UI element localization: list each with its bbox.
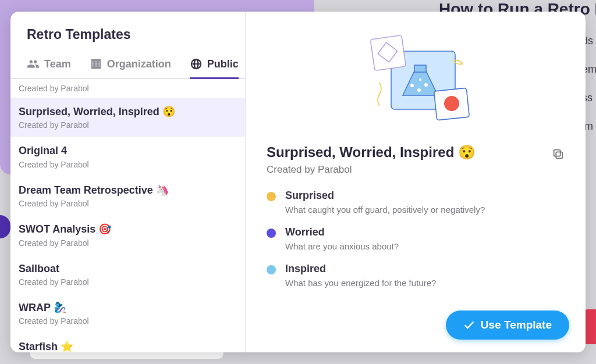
team-icon bbox=[27, 58, 40, 70]
template-item-sailboat[interactable]: Sailboat Created by Parabol bbox=[10, 255, 245, 294]
use-template-button[interactable]: Use Template bbox=[446, 311, 569, 340]
prompt-color-dot bbox=[267, 192, 276, 201]
svg-rect-11 bbox=[554, 150, 560, 156]
svg-point-5 bbox=[419, 78, 421, 81]
prompt-list: Surprised What caught you off guard, pos… bbox=[267, 190, 568, 288]
residual-creator-line: Created by Parabol bbox=[10, 79, 245, 98]
globe-icon bbox=[190, 58, 203, 70]
template-item-original-4[interactable]: Original 4 Created by Parabol bbox=[10, 137, 245, 176]
retro-templates-modal: Retro Templates Team Organization Public… bbox=[10, 12, 586, 352]
svg-point-3 bbox=[417, 88, 421, 92]
detail-creator: Created by Parabol bbox=[267, 164, 541, 176]
template-detail-pane: Surprised, Worried, Inspired 😯 Created b… bbox=[246, 12, 586, 352]
template-sidebar: Retro Templates Team Organization Public… bbox=[10, 12, 246, 352]
prompt-surprised: Surprised What caught you off guard, pos… bbox=[267, 190, 568, 215]
tab-team[interactable]: Team bbox=[27, 52, 71, 79]
scope-tabs: Team Organization Public bbox=[10, 46, 245, 79]
tab-public[interactable]: Public bbox=[190, 52, 239, 79]
template-item-swot[interactable]: SWOT Analysis 🎯 Created by Parabol bbox=[10, 215, 245, 254]
prompt-inspired: Inspired What has you energized for the … bbox=[267, 263, 568, 288]
sidebar-title: Retro Templates bbox=[10, 12, 245, 46]
template-list[interactable]: Surprised, Worried, Inspired 😯 Created b… bbox=[10, 98, 245, 352]
prompt-color-dot bbox=[267, 229, 276, 238]
background-pill bbox=[0, 215, 10, 238]
tab-organization[interactable]: Organization bbox=[90, 52, 171, 79]
svg-rect-6 bbox=[370, 35, 406, 71]
template-illustration bbox=[356, 30, 478, 129]
clone-template-button[interactable] bbox=[548, 144, 568, 164]
template-item-wrap[interactable]: WRAP 🧞‍♀️ Created by Parabol bbox=[10, 294, 245, 333]
svg-point-2 bbox=[410, 84, 414, 87]
svg-point-4 bbox=[424, 83, 428, 87]
prompt-color-dot bbox=[267, 265, 276, 274]
check-icon bbox=[463, 319, 475, 331]
organization-icon bbox=[90, 58, 102, 70]
prompt-worried: Worried What are you anxious about? bbox=[267, 226, 568, 251]
copy-icon bbox=[552, 148, 565, 160]
detail-title: Surprised, Worried, Inspired 😯 bbox=[267, 144, 541, 160]
svg-rect-10 bbox=[556, 152, 562, 158]
template-item-starfish-cutoff[interactable]: Starfish ⭐ bbox=[10, 333, 245, 352]
svg-rect-1 bbox=[414, 65, 426, 72]
tab-label: Organization bbox=[107, 58, 171, 70]
svg-point-9 bbox=[444, 96, 459, 111]
template-item-surprised-worried-inspired[interactable]: Surprised, Worried, Inspired 😯 Created b… bbox=[10, 98, 245, 137]
tab-label: Team bbox=[44, 58, 71, 70]
tab-label: Public bbox=[207, 58, 239, 70]
template-item-dream-team[interactable]: Dream Team Retrospective 🦄 Created by Pa… bbox=[10, 176, 245, 215]
